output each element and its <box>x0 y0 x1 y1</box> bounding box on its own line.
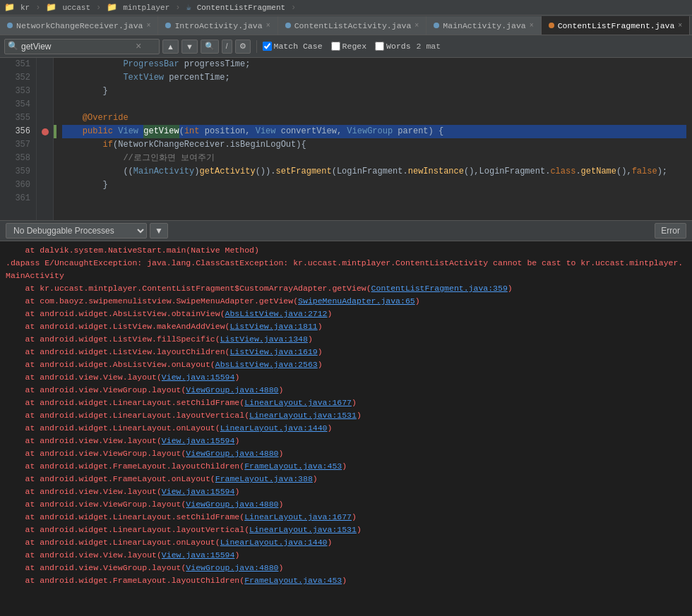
search-icon: 🔍 <box>8 41 18 52</box>
debug-arrow-button[interactable]: ▼ <box>150 223 168 238</box>
title-tab-kr[interactable]: kr <box>20 4 30 12</box>
editor-tabs: NetworkChangeReceiver.java × IntroActivi… <box>0 16 692 35</box>
log-line-11: at android.widget.LinearLayout.setChildF… <box>6 397 686 409</box>
link-linearlayout-1677-1[interactable]: LinearLayout.java:1677 <box>244 398 352 407</box>
log-line-2: at kr.uccast.mintplayer.ContentListFragm… <box>6 282 686 295</box>
search-find-next-button[interactable]: / <box>222 40 232 54</box>
gutter-352 <box>37 71 53 85</box>
link-view-15594-1[interactable]: View.java:15594 <box>162 373 235 382</box>
code-line-351: ProgressBar progressTime; <box>62 58 686 71</box>
log-line-18: at android.view.View.layout(View.java:15… <box>6 485 686 498</box>
line-num-359: 359 <box>6 165 30 179</box>
breakpoint-icon <box>42 128 49 135</box>
regex-checkbox[interactable] <box>331 42 340 51</box>
code-line-360: } <box>62 179 686 192</box>
words-wrap: Words <box>375 42 411 51</box>
link-viewgroup-4880-1[interactable]: ViewGroup.java:4880 <box>186 385 278 394</box>
code-line-359: ((MainActivity)getActivity()).setFragmen… <box>62 165 686 179</box>
editor-area: 351 352 353 354 355 356 357 358 359 360 … <box>0 58 692 220</box>
close-icon-4[interactable]: × <box>530 22 534 30</box>
tab-dot-icon-2 <box>165 23 171 28</box>
link-view-15594-2[interactable]: View.java:15594 <box>162 436 235 445</box>
log-line-13: at android.widget.LinearLayout.onLayout(… <box>6 422 686 435</box>
log-line-14: at android.view.View.layout(View.java:15… <box>6 435 686 447</box>
log-line-4: at android.widget.AbsListView.obtainView… <box>6 308 686 320</box>
code-line-354 <box>62 98 686 111</box>
gutter-361 <box>37 192 53 205</box>
link-swipemenuadapter-65[interactable]: SwipeMenuAdapter.java:65 <box>298 296 415 306</box>
debug-process-select[interactable]: No Debuggable Processes <box>6 223 147 238</box>
gutter-353 <box>37 85 53 98</box>
link-linearlayout-1440-1[interactable]: LinearLayout.java:1440 <box>220 423 328 433</box>
link-framelayout-453-2[interactable]: FrameLayout.java:453 <box>244 576 342 585</box>
tab-contentlistactivity[interactable]: ContentListActivity.java × <box>278 16 427 35</box>
close-icon-5[interactable]: × <box>678 22 682 30</box>
log-area[interactable]: at dalvik.system.NativeStart.main(Native… <box>0 241 692 616</box>
line-num-351: 351 <box>6 58 30 71</box>
link-linearlayout-1531-1[interactable]: LinearLayout.java:1531 <box>249 411 357 420</box>
log-line-16: at android.widget.FrameLayout.layoutChil… <box>6 460 686 473</box>
title-tab-mintplayer[interactable]: mintplayer <box>123 4 169 12</box>
match-count: 2 mat <box>417 42 441 51</box>
code-content[interactable]: ProgressBar progressTime; TextView perce… <box>56 58 692 220</box>
link-viewgroup-4880-4[interactable]: ViewGroup.java:4880 <box>186 563 278 572</box>
link-view-15594-3[interactable]: View.java:15594 <box>162 487 235 496</box>
link-framelayout-453-1[interactable]: FrameLayout.java:453 <box>244 461 342 471</box>
tab-networkchangereceiver[interactable]: NetworkChangeReceiver.java × <box>0 16 158 35</box>
line-num-353: 353 <box>6 85 30 98</box>
search-options-button[interactable]: ⚙ <box>235 40 251 54</box>
link-linearlayout-1677-2[interactable]: LinearLayout.java:1677 <box>244 512 352 521</box>
title-tab-uccast[interactable]: uccast <box>62 4 90 12</box>
line-num-361: 361 <box>6 192 30 205</box>
tab-dot-icon-5 <box>549 23 554 28</box>
gutter-356 <box>37 125 53 138</box>
line-num-352: 352 <box>6 71 30 85</box>
log-line-17: at android.widget.FrameLayout.onLayout(F… <box>6 473 686 485</box>
file-icon: ☕ <box>186 2 191 13</box>
error-button[interactable]: Error <box>655 223 686 238</box>
match-case-checkbox[interactable] <box>263 42 272 51</box>
link-listview-1811[interactable]: ListView.java:1811 <box>229 322 317 331</box>
link-framelayout-388[interactable]: FrameLayout.java:388 <box>215 474 313 483</box>
link-view-15594-4[interactable]: View.java:15594 <box>162 550 235 560</box>
link-viewgroup-4880-2[interactable]: ViewGroup.java:4880 <box>186 449 278 458</box>
close-icon-3[interactable]: × <box>414 22 419 30</box>
tab-introactivity[interactable]: IntroActivity.java × <box>158 16 278 35</box>
log-line-10: at android.view.ViewGroup.layout(ViewGro… <box>6 384 686 397</box>
search-input[interactable] <box>21 42 134 52</box>
clear-icon[interactable]: × <box>136 41 141 52</box>
gutter-357 <box>37 138 53 152</box>
link-viewgroup-4880-3[interactable]: ViewGroup.java:4880 <box>186 500 278 509</box>
close-icon[interactable]: × <box>146 22 150 30</box>
separator <box>256 40 257 53</box>
tab-contentlistfragment[interactable]: ContentListFragment.java × <box>542 16 691 35</box>
link-listview-1348[interactable]: ListView.java:1348 <box>220 334 308 344</box>
folder-icon-2: 📁 <box>46 2 56 13</box>
link-linearlayout-1531-2[interactable]: LinearLayout.java:1531 <box>249 525 357 534</box>
title-tab-contentlistfragment[interactable]: ContentListFragment <box>197 4 285 12</box>
code-line-356: public View getView(int position, View c… <box>62 125 686 138</box>
gutter-359 <box>37 165 53 179</box>
link-abslistview-2563[interactable]: AbsListView.java:2563 <box>215 360 318 369</box>
line-num-354: 354 <box>6 98 30 111</box>
link-listview-1619[interactable]: ListView.java:1619 <box>229 347 317 356</box>
link-linearlayout-1440-2[interactable]: LinearLayout.java:1440 <box>220 538 328 547</box>
match-case-wrap: Match Case <box>263 42 323 51</box>
search-find-button[interactable]: 🔍 <box>201 40 219 54</box>
search-next-button[interactable]: ▼ <box>181 40 198 54</box>
gutter-360 <box>37 179 53 192</box>
link-contentlistfragment-359[interactable]: ContentListFragment.java:359 <box>371 284 508 293</box>
log-line-25: at android.widget.FrameLayout.layoutChil… <box>6 574 686 587</box>
search-prev-button[interactable]: ▲ <box>162 40 179 54</box>
tab-mainactivity[interactable]: MainActivity.java × <box>426 16 541 35</box>
log-line-15: at android.view.ViewGroup.layout(ViewGro… <box>6 447 686 460</box>
words-checkbox[interactable] <box>375 42 384 51</box>
tab-label-4: MainActivity.java <box>443 21 525 30</box>
line-numbers: 351 352 353 354 355 356 357 358 359 360 … <box>0 58 37 220</box>
link-abslistview-2712[interactable]: AbsListView.java:2712 <box>225 309 328 318</box>
gutter-355 <box>37 111 53 125</box>
code-line-357: if(NetworkChangeReceiver.isBeginLogOut){ <box>62 138 686 152</box>
close-icon-2[interactable]: × <box>266 22 270 30</box>
gutter <box>37 58 54 220</box>
tab-label: NetworkChangeReceiver.java <box>16 21 143 30</box>
